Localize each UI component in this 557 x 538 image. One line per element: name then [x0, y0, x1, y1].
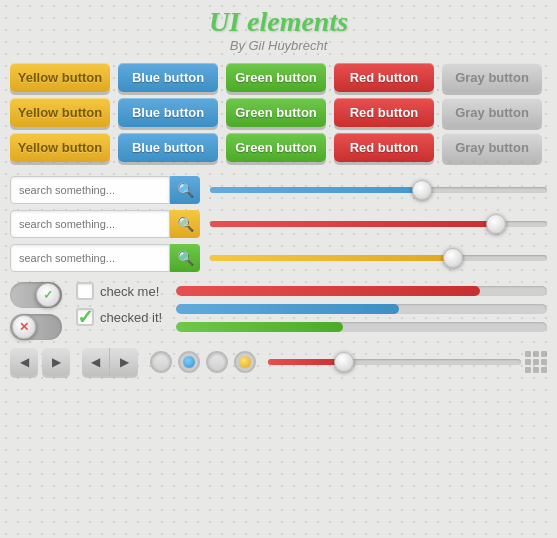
toggle-knob-off: ✕: [12, 315, 36, 339]
button-row-3: Yellow button Blue button Green button R…: [10, 133, 547, 162]
toggles: ✓ ✕: [10, 282, 62, 340]
search-input-1[interactable]: [10, 176, 170, 204]
progress-fill-green: [176, 322, 343, 332]
cross-icon: ✕: [19, 320, 29, 334]
check-icon: ✓: [43, 288, 53, 302]
green-button-1[interactable]: Green button: [226, 63, 326, 92]
search-row-3: 🔍: [10, 244, 547, 272]
slider-wrap-3: [210, 244, 547, 272]
progress-track-green: [176, 322, 547, 332]
slider-fill-3: [210, 255, 453, 261]
radio-yellow-fill: [239, 356, 251, 368]
right-nav: ◀ ▶: [82, 348, 138, 376]
yellow-button-1[interactable]: Yellow button: [10, 63, 110, 92]
search-input-3[interactable]: [10, 244, 170, 272]
radio-yellow[interactable]: [234, 351, 256, 373]
toggle-off[interactable]: ✕: [10, 314, 62, 340]
button-row-2: Yellow button Blue button Green button R…: [10, 98, 547, 127]
bottom-slider-track: [268, 359, 521, 365]
checkbox-checked[interactable]: ✓: [76, 308, 94, 326]
checkbox-unchecked[interactable]: [76, 282, 94, 300]
search-input-2[interactable]: [10, 210, 170, 238]
bottom-section: ◀ ▶ ◀ ▶: [0, 342, 557, 380]
page-subtitle: By Gil Huybrecht: [0, 38, 557, 53]
slider-track-2: [210, 221, 547, 227]
search-btn-2[interactable]: 🔍: [170, 210, 200, 238]
slider-thumb-2[interactable]: [486, 214, 506, 234]
blue-button-1[interactable]: Blue button: [118, 63, 218, 92]
progress-fill-blue: [176, 304, 399, 314]
checkboxes: check me! ✓ checked it!: [76, 282, 162, 326]
checkbox-checked-label: checked it!: [100, 310, 162, 325]
header: UI elements By Gil Huybrecht: [0, 0, 557, 57]
button-row-1: Yellow button Blue button Green button R…: [10, 63, 547, 92]
right-nav-prev[interactable]: ◀: [82, 348, 110, 376]
left-nav-next[interactable]: ▶: [42, 348, 70, 376]
gray-button-1[interactable]: Gray button: [442, 63, 542, 92]
radio-group: [150, 351, 256, 373]
red-button-3[interactable]: Red button: [334, 133, 434, 162]
toggle-on[interactable]: ✓: [10, 282, 62, 308]
progress-track-red: [176, 286, 547, 296]
blue-button-2[interactable]: Blue button: [118, 98, 218, 127]
checkbox-row-unchecked: check me!: [76, 282, 162, 300]
green-button-2[interactable]: Green button: [226, 98, 326, 127]
radio-blue[interactable]: [178, 351, 200, 373]
slider-thumb-3[interactable]: [443, 248, 463, 268]
page-title: UI elements: [0, 6, 557, 38]
search-btn-3[interactable]: 🔍: [170, 244, 200, 272]
checkmark-icon: ✓: [77, 307, 94, 327]
bottom-slider-wrap: [268, 351, 547, 373]
controls-section: ✓ ✕ check me! ✓ checked it!: [0, 276, 557, 342]
progress-track-blue: [176, 304, 547, 314]
green-button-3[interactable]: Green button: [226, 133, 326, 162]
gray-button-2[interactable]: Gray button: [442, 98, 542, 127]
yellow-button-3[interactable]: Yellow button: [10, 133, 110, 162]
slider-wrap-2: [210, 210, 547, 238]
left-nav: ◀ ▶: [10, 348, 70, 376]
slider-wrap-1: [210, 176, 547, 204]
search-btn-1[interactable]: 🔍: [170, 176, 200, 204]
grid-icon: [525, 351, 547, 373]
checkbox-unchecked-label: check me!: [100, 284, 159, 299]
radio-empty-2[interactable]: [206, 351, 228, 373]
slider-track-1: [210, 187, 547, 193]
radio-blue-fill: [183, 356, 195, 368]
progress-fill-red: [176, 286, 480, 296]
slider-thumb-1[interactable]: [412, 180, 432, 200]
yellow-button-2[interactable]: Yellow button: [10, 98, 110, 127]
blue-button-3[interactable]: Blue button: [118, 133, 218, 162]
left-nav-prev[interactable]: ◀: [10, 348, 38, 376]
search-input-wrap-3: 🔍: [10, 244, 200, 272]
radio-empty-1[interactable]: [150, 351, 172, 373]
slider-fill-2: [210, 221, 496, 227]
red-button-1[interactable]: Red button: [334, 63, 434, 92]
slider-track-3: [210, 255, 547, 261]
right-nav-next[interactable]: ▶: [110, 348, 138, 376]
search-input-wrap-2: 🔍: [10, 210, 200, 238]
search-section: 🔍 🔍 🔍: [0, 172, 557, 276]
progress-section: [176, 282, 547, 332]
search-row-1: 🔍: [10, 176, 547, 204]
toggle-knob-on: ✓: [36, 283, 60, 307]
bottom-slider-thumb[interactable]: [334, 352, 354, 372]
gray-button-3[interactable]: Gray button: [442, 133, 542, 162]
search-input-wrap-1: 🔍: [10, 176, 200, 204]
checkbox-row-checked: ✓ checked it!: [76, 308, 162, 326]
bottom-slider-fill: [268, 359, 344, 365]
red-button-2[interactable]: Red button: [334, 98, 434, 127]
buttons-section: Yellow button Blue button Green button R…: [0, 57, 557, 172]
search-row-2: 🔍: [10, 210, 547, 238]
slider-fill-1: [210, 187, 422, 193]
